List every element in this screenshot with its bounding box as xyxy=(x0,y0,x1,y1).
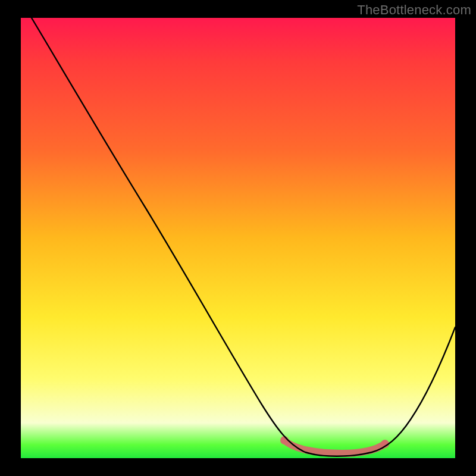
plot-area xyxy=(21,18,455,458)
watermark-text: TheBottleneck.com xyxy=(357,2,471,18)
bottleneck-curve xyxy=(32,18,455,456)
highlight-segment xyxy=(284,440,385,453)
curve-svg xyxy=(21,18,455,458)
chart-frame: TheBottleneck.com xyxy=(0,0,476,476)
